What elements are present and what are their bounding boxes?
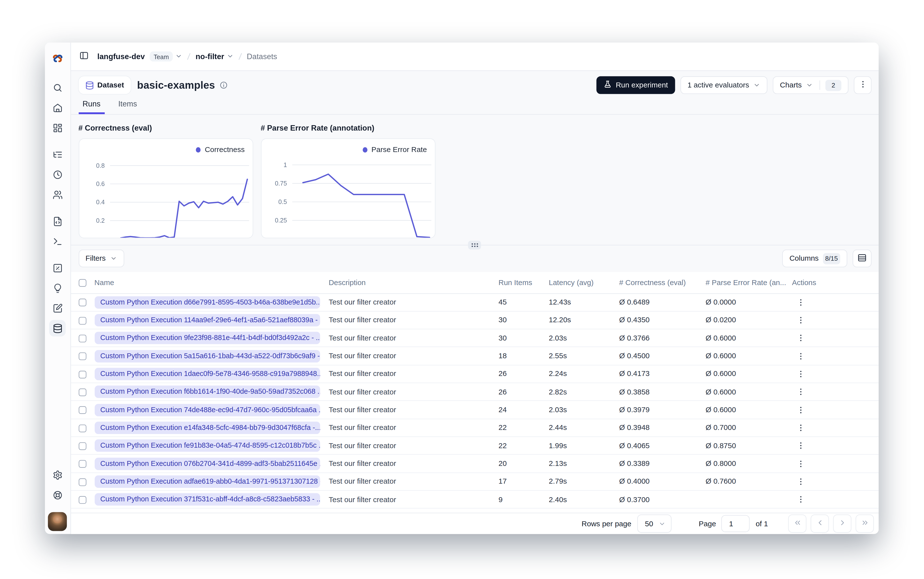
previous-page-button[interactable]	[811, 514, 829, 533]
run-name-link[interactable]: Custom Python Execution 371f531c-abff-4d…	[94, 493, 320, 505]
user-avatar[interactable]	[48, 512, 67, 531]
run-name-link[interactable]: Custom Python Execution 74de488e-ec9d-47…	[94, 404, 320, 416]
row-checkbox[interactable]	[79, 496, 86, 504]
row-checkbox[interactable]	[79, 478, 86, 486]
row-checkbox[interactable]	[79, 424, 86, 432]
run-name-link[interactable]: Custom Python Execution f6bb1614-1f90-40…	[94, 386, 320, 398]
run-name-link[interactable]: Custom Python Execution 5a15a616-1bab-44…	[94, 350, 320, 362]
sidebar-item-home[interactable]	[45, 98, 70, 118]
column-header-correctness[interactable]: # Correctness (eval)	[614, 272, 701, 293]
run-name-link[interactable]: Custom Python Execution fe91b83e-04a5-47…	[94, 440, 320, 452]
table-row: Custom Python Execution 1daec0f9-5e78-43…	[71, 365, 879, 383]
sidebar-item-square-pen[interactable]	[45, 298, 70, 318]
row-actions-button[interactable]	[794, 421, 808, 434]
page-title: basic-examples	[137, 79, 215, 91]
svg-text:0.5: 0.5	[278, 198, 287, 205]
run-name-link[interactable]: Custom Python Execution e14fa348-5cfc-49…	[94, 422, 320, 434]
breadcrumb-org[interactable]: langfuse-dev	[97, 52, 145, 61]
row-actions-button[interactable]	[794, 475, 808, 488]
run-name-link[interactable]: Custom Python Execution d66e7991-8595-45…	[94, 296, 320, 309]
rows-per-page-select[interactable]: 50	[637, 514, 672, 533]
row-actions-button[interactable]	[794, 296, 808, 309]
column-header-name[interactable]: Name	[94, 272, 324, 293]
run-name-link[interactable]: Custom Python Execution 1daec0f9-5e78-43…	[94, 368, 320, 380]
langfuse-logo[interactable]	[45, 53, 70, 65]
column-header-latency[interactable]: Latency (avg)	[544, 272, 614, 293]
resize-drag-handle[interactable]	[468, 240, 481, 249]
last-page-button[interactable]	[855, 514, 874, 533]
sidebar-item-terminal[interactable]	[45, 231, 70, 251]
org-switcher-button[interactable]	[175, 51, 182, 62]
run-latency-value: 2.55s	[544, 347, 614, 365]
run-name-link[interactable]: Custom Python Execution 9fe23f98-881e-44…	[94, 332, 320, 344]
row-checkbox[interactable]	[79, 442, 86, 450]
row-actions-button[interactable]	[794, 457, 808, 470]
run-experiment-button[interactable]: Run experiment	[596, 76, 675, 94]
row-height-button[interactable]	[852, 250, 872, 267]
more-actions-button[interactable]	[854, 76, 872, 94]
row-checkbox[interactable]	[79, 406, 86, 414]
columns-button[interactable]: Columns 8/15	[782, 250, 847, 267]
row-actions-button[interactable]	[794, 314, 808, 327]
row-checkbox[interactable]	[79, 317, 86, 324]
sidebar-item-dashboard[interactable]	[45, 118, 70, 138]
row-actions-button[interactable]	[794, 332, 808, 345]
sidebar-item-support[interactable]	[45, 485, 70, 505]
run-description: Test our filter creator	[324, 293, 494, 311]
row-checkbox[interactable]	[79, 299, 86, 306]
run-parse-error-value: Ø 0.6000	[701, 401, 787, 419]
breadcrumb-project[interactable]: no-filter	[195, 52, 224, 61]
sidebar-item-settings[interactable]	[45, 465, 70, 485]
next-page-button[interactable]	[833, 514, 851, 533]
run-latency-value: 2.40s	[544, 491, 614, 509]
sidebar-toggle-button[interactable]	[79, 51, 88, 62]
run-description: Test our filter creator	[324, 311, 494, 329]
first-page-button[interactable]	[788, 514, 806, 533]
tab-items[interactable]: Items	[114, 99, 141, 114]
tab-runs[interactable]: Runs	[79, 99, 105, 114]
run-name-link[interactable]: Custom Python Execution 076b2704-341d-48…	[94, 458, 320, 470]
row-actions-button[interactable]	[794, 439, 808, 452]
charts-dropdown[interactable]: Charts 2	[773, 76, 849, 94]
row-actions-button[interactable]	[794, 385, 808, 398]
row-checkbox[interactable]	[79, 335, 86, 342]
run-parse-error-value: Ø 0.6000	[701, 347, 787, 365]
select-all-checkbox[interactable]	[79, 279, 86, 286]
correctness-line-chart: 0.20.40.60.8	[79, 139, 252, 238]
sidebar-item-clock[interactable]	[45, 164, 70, 185]
column-header-parse-error[interactable]: # Parse Error Rate (an...	[701, 272, 787, 293]
run-latency-value: 12.20s	[544, 311, 614, 329]
evaluators-dropdown[interactable]: 1 active evaluators	[680, 76, 767, 94]
row-checkbox[interactable]	[79, 353, 86, 360]
column-header-run-items[interactable]: Run Items	[494, 272, 544, 293]
table-row: Custom Python Execution 371f531c-abff-4d…	[71, 491, 879, 509]
sidebar-item-lightbulb[interactable]	[45, 278, 70, 298]
filters-button[interactable]: Filters	[79, 250, 124, 267]
filters-label: Filters	[85, 254, 106, 263]
legend-label: Parse Error Rate	[372, 146, 427, 154]
run-latency-value: 2.44s	[544, 419, 614, 437]
sidebar-item-square-percent[interactable]	[45, 258, 70, 278]
sidebar-item-list-tree[interactable]	[45, 144, 70, 165]
sidebar-item-users[interactable]	[45, 185, 70, 205]
run-name-link[interactable]: Custom Python Execution adfae619-abb0-4d…	[94, 475, 320, 487]
row-actions-button[interactable]	[794, 403, 808, 416]
project-switcher-button[interactable]	[226, 51, 234, 62]
tab-bar: Runs Items	[71, 99, 879, 114]
sidebar-item-database[interactable]	[45, 318, 70, 338]
column-header-description[interactable]: Description	[324, 272, 494, 293]
sidebar-item-file-code[interactable]	[45, 211, 70, 231]
breadcrumb-section[interactable]: Datasets	[247, 52, 277, 61]
row-actions-button[interactable]	[794, 493, 808, 506]
row-checkbox[interactable]	[79, 389, 86, 396]
clock-icon	[49, 166, 66, 183]
row-checkbox[interactable]	[79, 460, 86, 468]
info-icon[interactable]	[220, 81, 228, 90]
page-number-input[interactable]	[721, 515, 750, 532]
run-name-link[interactable]: Custom Python Execution 114aa9ef-29e6-4e…	[94, 314, 320, 326]
row-actions-button[interactable]	[794, 368, 808, 381]
row-checkbox[interactable]	[79, 371, 86, 378]
sidebar-item-search[interactable]	[45, 77, 70, 98]
row-actions-button[interactable]	[794, 350, 808, 363]
run-parse-error-value: Ø 0.8000	[701, 455, 787, 473]
